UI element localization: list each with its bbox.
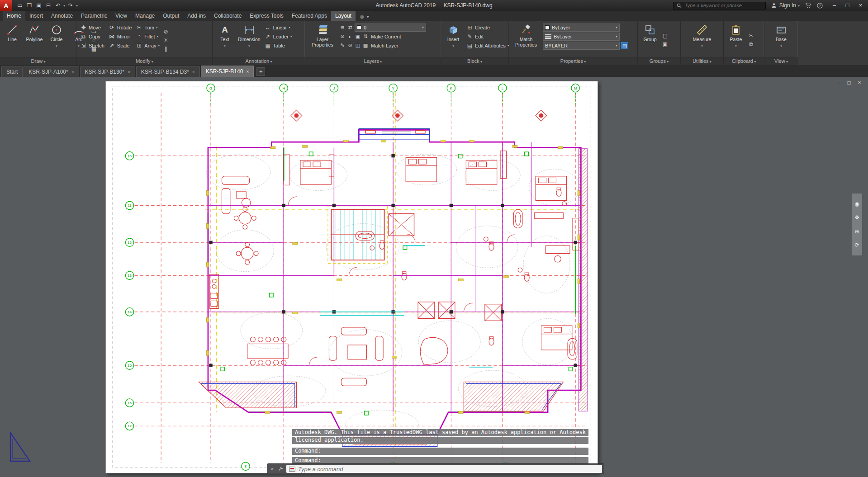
tab-featured-apps[interactable]: Featured Apps (288, 11, 331, 21)
close-tab-icon[interactable] (246, 69, 249, 74)
customize-wrench-icon[interactable] (278, 466, 284, 472)
zoom-icon[interactable]: ⊕ (854, 228, 859, 235)
help-icon[interactable]: ? (816, 2, 823, 9)
layer-lock-icon[interactable]: ▣ (355, 33, 361, 39)
save-icon[interactable]: ▣ (35, 2, 43, 9)
layer-isolate-icon[interactable]: ⇄ (347, 24, 353, 30)
drawing-close-icon[interactable]: × (856, 80, 863, 86)
workspace-cycle-icon[interactable]: ◎ (360, 14, 364, 19)
stretch-button[interactable]: ⇲ Stretch (79, 41, 106, 50)
tab-output[interactable]: Output (159, 11, 183, 21)
panel-label-clipboard[interactable]: Clipboard (724, 57, 764, 65)
copy-clip-icon[interactable]: ⧉ (748, 41, 754, 48)
panel-label-layers[interactable]: Layers (305, 57, 441, 65)
layer-edit-icon[interactable]: ✎ (339, 43, 346, 48)
command-input-field[interactable] (286, 465, 602, 473)
circle-dropdown-icon[interactable] (56, 43, 57, 47)
group-edit-icon[interactable]: ▣ (662, 41, 669, 48)
pan-icon[interactable]: ✥ (854, 214, 859, 221)
close-button[interactable]: × (854, 0, 867, 10)
create-block-button[interactable]: ⊞ Create (465, 23, 510, 32)
measure-dropdown-icon[interactable] (701, 43, 703, 47)
navigation-wheel-icon[interactable]: ◉ (854, 201, 859, 207)
new-file-icon[interactable]: ▭ (16, 2, 24, 9)
file-tab[interactable]: KSR-SJP-B130* (80, 66, 135, 77)
layer-plot-icon[interactable]: ⇅ (362, 33, 369, 39)
insert-block-button[interactable]: Insert (443, 22, 464, 57)
drawing-minimize-icon[interactable]: – (835, 80, 842, 86)
file-tab-active[interactable]: KSR-SJP-B140 (201, 66, 254, 77)
rotate-button[interactable]: ⟳ Rotate (107, 23, 133, 32)
list-toggle-icon[interactable]: ▤ (621, 42, 628, 49)
measure-button[interactable]: Measure (692, 22, 713, 57)
redo-icon[interactable]: ↷ (66, 2, 75, 9)
tab-layout[interactable]: Layout (331, 11, 356, 21)
tab-annotate[interactable]: Annotate (47, 11, 77, 21)
match-layer-button[interactable]: Match Layer (370, 43, 398, 48)
tab-view[interactable]: View (111, 11, 131, 21)
undo-icon[interactable]: ↶ (54, 2, 62, 9)
circle-button[interactable]: Circle (46, 22, 67, 57)
current-layer-dropdown[interactable]: 0 (355, 24, 426, 32)
mirror-button[interactable]: ⋈ Mirror (107, 32, 133, 41)
tab-express-tools[interactable]: Express Tools (246, 11, 287, 21)
command-line-window[interactable]: × (267, 463, 604, 474)
edit-attributes-button[interactable]: ▤ Edit Attributes▾ (465, 41, 510, 50)
fillet-button[interactable]: ◝ Fillet▾ (134, 32, 161, 41)
open-file-icon[interactable]: ❒ (25, 2, 33, 9)
drawing-canvas[interactable]: – □ × (0, 77, 868, 477)
ungroup-icon[interactable]: ▢ (662, 33, 669, 39)
edit-block-button[interactable]: ✎ Edit (465, 32, 510, 41)
recent-commands-icon[interactable] (289, 467, 295, 472)
base-dropdown-icon[interactable] (780, 43, 782, 47)
offset-tool-icon[interactable]: ∥ (162, 46, 169, 52)
paste-button[interactable]: Paste (726, 22, 746, 57)
new-tab-button[interactable]: + (256, 67, 265, 76)
app-store-cart-icon[interactable] (804, 2, 811, 9)
maximize-button[interactable]: □ (841, 0, 854, 10)
qat-dropdown-icon[interactable]: ▾ (76, 4, 78, 8)
insert-dropdown-icon[interactable] (452, 43, 454, 47)
close-tab-icon[interactable] (192, 70, 195, 75)
tab-home[interactable]: Home (3, 11, 25, 21)
scale-button[interactable]: ⇗ Scale (107, 41, 133, 50)
panel-label-annotation[interactable]: Annotation (213, 57, 305, 65)
erase-tool-icon[interactable]: ⊘ (162, 28, 169, 35)
leader-button[interactable]: ↗ Leader▾ (263, 32, 294, 41)
layer-walk-icon[interactable]: ▩ (362, 43, 369, 48)
layer-freeze-icon[interactable]: ◐ (347, 34, 353, 39)
panel-label-block[interactable]: Block (441, 57, 508, 65)
tab-add-ins[interactable]: Add-ins (183, 11, 210, 21)
file-tab-start[interactable]: Start (1, 66, 23, 77)
close-command-icon[interactable]: × (269, 466, 275, 472)
tab-manage[interactable]: Manage (131, 11, 159, 21)
trim-button[interactable]: ✂ Trim▾ (134, 23, 161, 32)
ribbon-collapse-icon[interactable]: ▾ (367, 14, 369, 19)
close-tab-icon[interactable] (128, 70, 130, 75)
dimension-dropdown-icon[interactable] (248, 43, 250, 47)
polyline-button[interactable]: Polyline (24, 22, 45, 57)
layer-off-icon[interactable]: ⊘ (347, 43, 353, 48)
layer-merge-icon[interactable]: ◫ (355, 43, 361, 48)
match-properties-button[interactable]: Match Properties (511, 22, 541, 57)
layer-on-icon[interactable]: ⊙ (339, 33, 346, 39)
copy-button[interactable]: ⧉ Copy (79, 32, 106, 41)
explode-tool-icon[interactable]: ✳ (162, 37, 169, 44)
orbit-icon[interactable]: ⟳ (854, 242, 859, 248)
layout-paper[interactable]: G H J Y K L M 10 11 12 13 14 15 16 17 8 (105, 81, 598, 473)
line-button[interactable]: Line (2, 22, 23, 57)
text-button[interactable]: A Text (214, 22, 235, 57)
linear-button[interactable]: ↔ Linear▾ (263, 23, 294, 32)
close-tab-icon[interactable] (71, 70, 74, 75)
lineweight-dropdown[interactable]: ByLayer (543, 33, 620, 41)
help-search-box[interactable] (673, 2, 766, 9)
file-tab[interactable]: KSR-SJP-A100* (24, 66, 79, 77)
search-input[interactable] (685, 3, 763, 8)
dimension-button[interactable]: Dimension (237, 22, 262, 57)
minimize-button[interactable]: – (828, 0, 841, 10)
linetype-dropdown[interactable]: BYLAYER (543, 42, 620, 50)
table-button[interactable]: ▦ Table (263, 41, 294, 50)
cut-clip-icon[interactable]: ✂ (748, 33, 754, 39)
tab-insert[interactable]: Insert (25, 11, 47, 21)
command-input[interactable] (298, 466, 599, 472)
